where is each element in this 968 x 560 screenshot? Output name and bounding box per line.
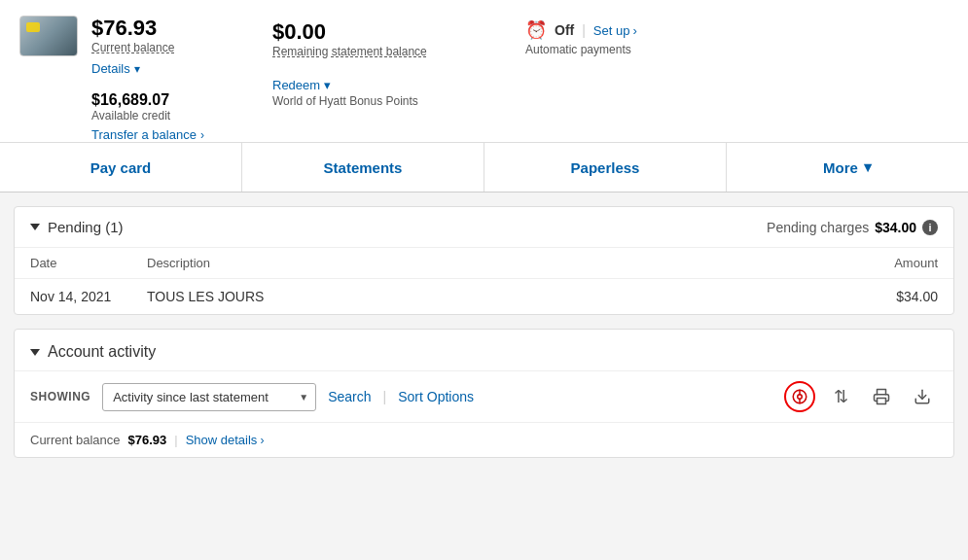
current-balance-label: Current balance xyxy=(91,41,204,54)
activity-icons: ⇅ xyxy=(784,381,938,412)
autopay-status: ⏰ Off | Set up › xyxy=(525,19,637,41)
autopay-off-badge: Off xyxy=(555,22,574,38)
pending-charges-amount: $34.00 xyxy=(875,220,916,235)
redeem-link[interactable]: Redeem ▾ xyxy=(272,78,331,92)
info-icon[interactable]: i xyxy=(922,220,938,235)
details-link[interactable]: Details ▾ xyxy=(91,61,140,76)
collapse-icon[interactable] xyxy=(30,224,40,230)
chevron-right-icon: › xyxy=(632,23,636,38)
tab-more[interactable]: More ▾ xyxy=(727,143,968,192)
tab-paperless[interactable]: Paperless xyxy=(484,143,727,192)
available-credit-amount: $16,689.07 xyxy=(91,91,204,109)
tab-pay-card[interactable]: Pay card xyxy=(0,143,242,192)
available-credit-label: Available credit xyxy=(91,109,204,122)
activity-controls: SHOWING Activity since last statement La… xyxy=(15,371,953,422)
current-balance-amount: $76.93 xyxy=(91,16,204,41)
footer-balance-label: Current balance xyxy=(30,433,121,447)
pending-title: Pending (1) xyxy=(30,219,124,235)
main-content: Pending (1) Pending charges $34.00 i Dat… xyxy=(0,192,968,472)
card-image xyxy=(19,16,78,56)
setup-autopay-link[interactable]: Set up › xyxy=(593,23,637,38)
footer-balance-value: $76.93 xyxy=(128,433,167,447)
sort-options-link[interactable]: Sort Options xyxy=(398,389,474,404)
pending-section: Pending (1) Pending charges $34.00 i Dat… xyxy=(14,206,954,315)
download-icon-button[interactable] xyxy=(907,381,938,412)
nav-tabs: Pay card Statements Paperless More ▾ xyxy=(0,143,968,192)
chevron-right-icon: › xyxy=(260,434,264,447)
activity-footer: Current balance $76.93 | Show details › xyxy=(15,422,953,457)
search-link[interactable]: Search xyxy=(328,389,371,404)
chevron-right-icon: › xyxy=(200,128,204,142)
pending-charges: Pending charges $34.00 i xyxy=(767,220,938,235)
svg-rect-4 xyxy=(878,399,886,404)
autopay-description: Automatic payments xyxy=(525,43,637,56)
print-icon-button[interactable] xyxy=(866,381,897,412)
points-label: World of Hyatt Bonus Points xyxy=(272,94,486,108)
activity-title: Account activity xyxy=(30,343,938,361)
activity-section: Account activity SHOWING Activity since … xyxy=(14,329,954,458)
chevron-down-icon: ▾ xyxy=(134,62,140,76)
header-section: $76.93 Current balance Details ▾ $16,689… xyxy=(0,0,968,143)
activity-filter-select[interactable]: Activity since last statement Last state… xyxy=(102,383,316,411)
autopay-icon: ⏰ xyxy=(525,19,547,41)
card-details: $76.93 Current balance Details ▾ $16,689… xyxy=(91,16,204,142)
activity-header: Account activity xyxy=(15,330,953,371)
card-info-column: $76.93 Current balance Details ▾ $16,689… xyxy=(19,16,233,142)
autopay-section: ⏰ Off | Set up › Automatic payments xyxy=(525,16,637,56)
show-details-link[interactable]: Show details › xyxy=(186,433,265,447)
transfer-balance-link[interactable]: Transfer a balance › xyxy=(91,127,204,142)
table-header: Date Description Amount xyxy=(15,247,953,278)
available-credit-section: $16,689.07 Available credit Transfer a b… xyxy=(91,91,204,142)
chevron-down-icon: ▾ xyxy=(324,78,331,92)
activity-filter-dropdown[interactable]: Activity since last statement Last state… xyxy=(102,383,316,411)
collapse-activity-icon[interactable] xyxy=(30,349,40,356)
showing-label: SHOWING xyxy=(30,390,90,403)
statement-amount: $0.00 xyxy=(272,19,486,45)
tab-statements[interactable]: Statements xyxy=(242,143,484,192)
statement-label: Remaining statement balance xyxy=(272,45,486,58)
table-row: Nov 14, 2021 TOUS LES JOURS $34.00 xyxy=(15,278,953,314)
sort-icon-button[interactable]: ⇅ xyxy=(825,381,856,412)
statement-section: $0.00 Remaining statement balance Redeem… xyxy=(272,16,486,108)
chevron-down-icon: ▾ xyxy=(864,158,872,176)
filter-icon-button[interactable] xyxy=(784,381,815,412)
pending-header: Pending (1) Pending charges $34.00 i xyxy=(15,207,953,247)
